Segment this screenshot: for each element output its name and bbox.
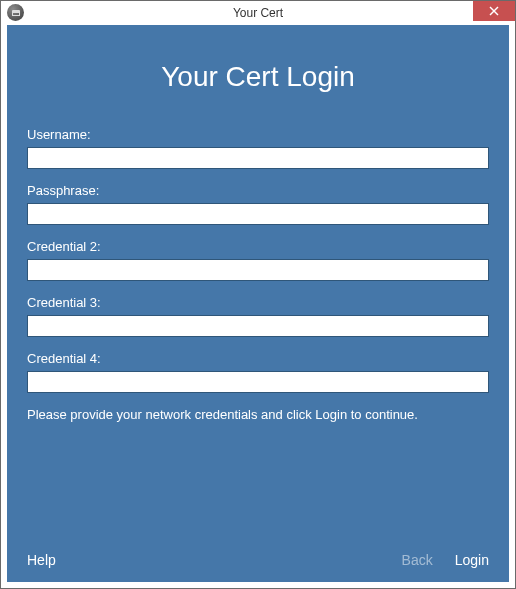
titlebar[interactable]: Your Cert [1,1,515,25]
app-window: Your Cert Your Cert Login Username: Pass… [0,0,516,589]
input-credential-2[interactable] [27,259,489,281]
back-button: Back [402,552,433,568]
content-panel: Your Cert Login Username: Passphrase: Cr… [7,25,509,582]
label-username: Username: [27,127,489,142]
page-heading: Your Cert Login [27,61,489,93]
label-credential-4: Credential 4: [27,351,489,366]
close-button[interactable] [473,1,515,21]
label-credential-3: Credential 3: [27,295,489,310]
help-link[interactable]: Help [27,552,56,568]
label-passphrase: Passphrase: [27,183,489,198]
label-credential-2: Credential 2: [27,239,489,254]
field-credential-2: Credential 2: [27,239,489,281]
app-icon [7,4,24,21]
footer-bar: Help Back Login [27,552,489,568]
input-credential-3[interactable] [27,315,489,337]
field-credential-3: Credential 3: [27,295,489,337]
field-passphrase: Passphrase: [27,183,489,225]
instruction-text: Please provide your network credentials … [27,407,489,422]
close-icon [489,6,499,16]
window-title: Your Cert [233,1,283,25]
input-username[interactable] [27,147,489,169]
input-passphrase[interactable] [27,203,489,225]
field-username: Username: [27,127,489,169]
login-button[interactable]: Login [455,552,489,568]
field-credential-4: Credential 4: [27,351,489,393]
input-credential-4[interactable] [27,371,489,393]
